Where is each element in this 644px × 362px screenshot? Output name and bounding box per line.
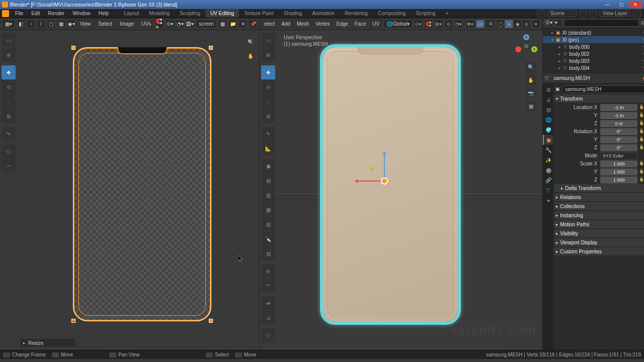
ws-sculpting[interactable]: Sculpting <box>175 9 205 18</box>
v3d-tool-rip[interactable]: ⬠ <box>261 328 275 342</box>
v3d-menu-edge[interactable]: Edge <box>334 21 351 27</box>
ws-uvediting[interactable]: UV Editing <box>205 9 239 18</box>
close-button[interactable]: ✕ <box>629 1 642 8</box>
img-open-button[interactable]: 📁 <box>228 20 237 28</box>
v3d-menu-vertex[interactable]: Vertex <box>313 21 332 27</box>
panel-custom[interactable]: Custom Properties <box>554 247 644 255</box>
pan-icon[interactable]: ✋ <box>245 50 256 61</box>
minimize-button[interactable]: — <box>601 1 614 8</box>
uv-menu-select[interactable]: Select <box>96 21 116 27</box>
v3d-tool-smooth[interactable]: 〜 <box>261 279 275 293</box>
tab-physics[interactable]: ⬤ <box>543 165 553 175</box>
v3d-tool-move[interactable]: ✥ <box>261 65 275 79</box>
tab-output[interactable]: 🖨 <box>543 95 553 105</box>
menu-render[interactable]: Render <box>44 10 68 17</box>
img-pin-button[interactable]: 📌 <box>249 20 257 28</box>
shading-opts[interactable]: ▾ <box>532 20 540 28</box>
v3d-tool-inset[interactable]: ▥ <box>261 188 275 202</box>
tree-row[interactable]: ▸▽body.003👁 <box>543 57 644 64</box>
rot-x[interactable]: 0° <box>600 128 637 135</box>
solid-shading[interactable]: ● <box>505 20 513 28</box>
menu-file[interactable]: File <box>11 10 27 17</box>
uv-menu-uvs[interactable]: UVs <box>138 21 154 27</box>
panel-delta[interactable]: Delta Transform <box>554 184 644 192</box>
tree-row[interactable]: ▸▣XI (standard)👁 <box>543 29 644 36</box>
v3d-menu-add[interactable]: Add <box>279 21 293 27</box>
v3d-tool-knife[interactable]: 🔪 <box>261 232 275 246</box>
orientation-select[interactable]: 🌐 Global ▾ <box>383 20 413 28</box>
tree-row[interactable]: ▾▣XI (pro)👁 <box>543 36 644 43</box>
viewlayer-field[interactable]: View Layer <box>599 10 631 17</box>
loc-y[interactable]: -1 m <box>600 112 637 119</box>
rendered-shading[interactable]: ◎ <box>522 20 530 28</box>
rot-y[interactable]: 0° <box>600 136 637 143</box>
v3d-tool-edgeslide[interactable]: ⇄ <box>261 296 275 310</box>
rot-z[interactable]: 0° <box>600 144 637 151</box>
lock-icon[interactable]: 🔓 <box>638 105 644 111</box>
panel-viewport[interactable]: Viewport Display <box>554 238 644 246</box>
rotation-mode[interactable]: XYZ Euler <box>600 152 637 159</box>
ws-compositing[interactable]: Compositing <box>373 9 411 18</box>
ws-add[interactable]: + <box>441 9 454 18</box>
tab-material[interactable]: ● <box>543 195 553 205</box>
tool-grab[interactable]: 〰 <box>2 159 16 173</box>
v3d-menu-uv[interactable]: UV <box>370 21 382 27</box>
img-unlink-button[interactable]: ✕ <box>238 20 247 28</box>
filter-icon[interactable]: ⚙ <box>640 20 644 26</box>
panel-motion[interactable]: Motion Paths <box>554 220 644 228</box>
ws-animation[interactable]: Animation <box>307 9 339 18</box>
wire-shading[interactable]: ◯ <box>496 20 505 28</box>
ws-modeling[interactable]: Modeling <box>144 9 175 18</box>
outliner-tree[interactable]: ▸▣XI (standard)👁▾▣XI (pro)👁▸▽body.000👁▸▽… <box>543 28 644 73</box>
editor-type-select[interactable]: ▦▾ <box>2 20 15 28</box>
tab-particle[interactable]: ✨ <box>543 155 553 165</box>
v3d-tool-measure[interactable]: 📐 <box>261 141 275 155</box>
scene-icon[interactable] <box>537 10 545 18</box>
v3d-tool-rotate[interactable]: ⟲ <box>261 80 275 94</box>
sticky-select-button[interactable]: ◉▾ <box>67 20 75 28</box>
tree-row[interactable]: ▸▽body.002👁 <box>543 50 644 57</box>
tab-modifier[interactable]: 🔧 <box>543 145 553 155</box>
tool-rotate[interactable]: ⟲ <box>2 80 16 94</box>
select-face-button[interactable]: ▢ <box>47 20 55 28</box>
tool-annotate[interactable]: ✎ <box>2 127 16 141</box>
gizmo-vis[interactable]: ✥▾ <box>466 20 474 28</box>
panel-relations[interactable]: Relations <box>554 193 644 201</box>
ws-layout[interactable]: Layout <box>119 9 144 18</box>
scale-y[interactable]: 1.000 <box>600 168 637 175</box>
tool-transform[interactable]: ⊞ <box>2 109 16 123</box>
tool-cursor[interactable]: ⊕ <box>2 48 16 62</box>
ws-shading[interactable]: Shading <box>279 9 307 18</box>
image-name-field[interactable]: screen <box>196 20 217 28</box>
outliner-search[interactable] <box>564 19 639 27</box>
xray-button[interactable]: ⧉ <box>486 20 495 28</box>
scale-z[interactable]: 1.000 <box>600 176 637 184</box>
tab-data[interactable]: ▽ <box>543 185 553 195</box>
lookdev-shading[interactable]: ◉ <box>513 20 522 28</box>
snap-type[interactable]: ⊞▾ <box>434 20 443 28</box>
panel-visibility[interactable]: Visibility <box>554 229 644 237</box>
propfalloff-3d[interactable]: ◔▾ <box>454 20 463 28</box>
panel-instancing[interactable]: Instancing <box>554 211 644 219</box>
img-new-button[interactable]: ▦ <box>218 20 227 28</box>
tree-row[interactable]: ▸▽body.000👁 <box>543 43 644 50</box>
v3d-tool-annotate[interactable]: ✎ <box>261 127 275 141</box>
menu-window[interactable]: Window <box>68 10 95 17</box>
nav-gizmo[interactable]: Z Y <box>514 34 538 58</box>
vp-pan-icon[interactable]: ✋ <box>525 74 536 85</box>
uv-menu-image[interactable]: Image <box>117 21 137 27</box>
zoom-icon[interactable]: 🔍 <box>245 36 256 47</box>
img-browse-button[interactable]: 🖼▾ <box>186 20 194 28</box>
viewlayer-icon[interactable] <box>589 10 597 18</box>
v3d-menu-select[interactable]: elect <box>262 21 277 27</box>
v3d-menu-mesh[interactable]: Mesh <box>294 21 311 27</box>
tab-constraint[interactable]: 🔗 <box>543 175 553 185</box>
v3d-menu-face[interactable]: Face <box>352 21 368 27</box>
propedit-3d[interactable]: ⊙ <box>444 20 453 28</box>
tool-select[interactable]: ▭ <box>2 33 16 47</box>
v3d-tool-transform[interactable]: ⊞ <box>261 109 275 123</box>
menu-help[interactable]: Help <box>95 10 113 17</box>
view3d-viewport[interactable]: ▭ ⊕ ✥ ⟲ ▫ ⊞ ✎ 📐 ▣ ▤ ▥ ▦ ▧ 🔪 ▨ ⊚ 〜 ⇄ ⇲ ⬠ <box>260 30 542 350</box>
v3d-tool-extrude[interactable]: ▣ <box>261 159 275 173</box>
v3d-tool-spin[interactable]: ⊚ <box>261 264 275 278</box>
